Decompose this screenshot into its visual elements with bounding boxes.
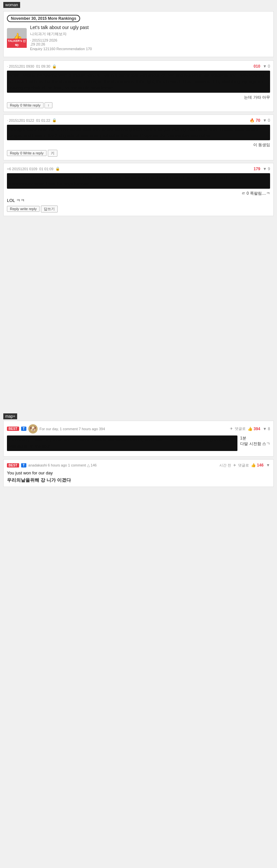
best-body-korean-2: 우리의날을위해 강 니가 이겼다 [7,477,270,483]
comment-header-3: =6 20151201 0109 01 01:09 🔒 179 ▼ 9 [7,166,270,171]
comment-header-2: · 20151201 0122 01 01:22 🔒 🔥 70 ▼ 0 [7,118,270,123]
best-header-2: BEST T anadakashi 6 hours ago 1 comment … [7,463,270,468]
talker-label: TALKER's 선택! [7,39,27,48]
vote-down-2: ▼ 0 [263,118,270,123]
reply-button-1[interactable]: Reply 0 Write reply [7,102,43,108]
t-badge-2: T [21,463,26,467]
comment-id-3: =6 20151201 0109 [7,167,37,171]
vote-up-3: 179 [254,166,260,171]
send-label-2: 댓글로 [238,463,249,468]
vote-up-2: 🔥 70 [250,118,260,123]
comment-votes-2: 🔥 70 ▼ 0 [250,118,270,123]
comment-id-1: · 20151201 0930 [7,64,34,68]
comment-votes-3: 179 ▼ 9 [254,166,270,171]
best-badge-1: BEST [7,427,19,431]
best-votes-1: 👍 394 ▼ 8 [248,427,270,431]
send-icon-2: ✈ [233,463,236,467]
empty-space [0,219,277,410]
comment-meta-1: · 20151201 0930 01 09:30 🔒 [7,64,57,69]
featured-content: 👍 TALKER's 선택! Let's talk about our ugly… [7,25,270,51]
best-votes-2: 👍 146 ▼ [251,463,270,467]
comment-card-1: · 20151201 0930 01 09:30 🔒 010 ▼ 0 When … [3,60,274,112]
featured-header: November 30, 2015 More Rankings [7,15,270,22]
featured-title: Let's talk about our ugly past [30,25,270,30]
reply-bar-3: Reply write reply 답쓰기 [7,206,270,213]
reply-bar-1: Reply 0 Write reply ↑ [7,102,270,108]
t-badge-1: T [21,427,26,431]
lock-icon-3: 🔒 [55,166,60,171]
dog-avatar-1: 🐶 [28,424,38,434]
featured-box: November 30, 2015 More Rankings 👍 TALKER… [3,11,274,57]
lock-icon-2: 🔒 [52,118,57,122]
comment-date-2: 01 01:22 [36,118,51,122]
comment-body-2: I thought about what the tongue would ta… [7,125,270,140]
vote-down-1: ▼ 0 [263,64,270,69]
send-label-1: 댓글로 [235,426,246,431]
comment-meta-3: =6 20151201 0109 01 01:09 🔒 [7,166,60,171]
section-label: map+ [3,413,17,419]
best-body-line1-2: You just won for our day [7,470,270,476]
comment-wrapper-3: When I found out that I knew everyone in… [7,173,270,204]
top-tag: woman [3,2,20,8]
comment-votes-1: 010 ▼ 0 [254,64,270,69]
best-meta-1: For our day, 1 comment 7 hours ago 394 [39,427,228,431]
reply-arrow-2[interactable]: 기 [48,150,57,157]
best-body-wrapper-1: It's nothing. I called my mom and dad wh… [7,435,270,453]
best-comment-2: BEST T anadakashi 6 hours ago 1 comment … [3,459,274,487]
featured-meta-date: .29 20:26 [30,42,270,46]
comment-date-3: 01 01:09 [39,167,54,171]
comment-side-1: 는데 가따 아무 [7,95,270,100]
best-badge-2: BEST [7,463,19,467]
meta-time-2: 시간 전 [219,463,231,468]
comment-body-1: When I was in the second year of middle … [7,71,270,93]
reply-button-2[interactable]: Reply 0 Write a reply [7,150,47,156]
send-icon-1: ✈ [230,427,233,431]
featured-info: Let's talk about our ugly past 나의과거 얘기해보… [30,25,270,51]
comment-meta-2: · 20151201 0122 01 01:22 🔒 [7,118,57,122]
comment-header-1: · 20151201 0930 01 09:30 🔒 010 ▼ 0 [7,64,270,69]
comment-side-2: 이 동생임 [7,142,270,148]
featured-title-korean: 나의과거 얘기해보자 [30,31,270,37]
comment-side-3: ㄹ 0 쪽팔림....ㅋ [7,191,270,196]
featured-meta: · 20151129 2026 [30,38,270,42]
reply-button-3[interactable]: Reply write reply [7,206,39,212]
comment-wrapper-2: I thought about what the tongue would ta… [7,125,270,148]
best-vote-down-1: ▼ 8 [263,427,270,431]
comments-section: · 20151201 0930 01 09:30 🔒 010 ▼ 0 When … [3,60,274,216]
featured-badge[interactable]: November 30, 2015 More Rankings [7,15,80,22]
best-vote-up-1: 👍 394 [248,427,260,431]
vote-down-3: ▼ 9 [263,166,270,171]
comment-body-3: When I found out that I knew everyone in… [7,173,270,189]
reply-arrow-1[interactable]: ↑ [44,102,53,108]
comment-card-2: · 20151201 0122 01 01:22 🔒 🔥 70 ▼ 0 I th… [3,115,274,160]
comment-date-1: 01 09:30 [36,64,51,68]
best-vote-down-2: ▼ [266,463,270,467]
best-header-1: BEST T 🐶 For our day, 1 comment 7 hours … [7,424,270,434]
vote-up-1: 010 [254,64,260,69]
dog-emoji-1: 🐶 [30,426,36,432]
reply-bar-2: Reply 0 Write a reply 기 [7,150,270,157]
best-meta-2: anadakashi 6 hours ago 1 comment △ 146 [28,463,217,467]
best-body-1: It's nothing. I called my mom and dad wh… [7,435,238,451]
featured-stats: Enquiry 121160 Recommendation 170 [30,47,270,51]
best-side-1: 1분 다딸 시전함 스ㄱ [240,435,270,453]
comment-card-3: =6 20151201 0109 01 01:09 🔒 179 ▼ 9 When… [3,163,274,216]
reply-arrow-3[interactable]: 답쓰기 [41,206,58,213]
comment-id-2: · 20151201 0122 [7,118,34,122]
best-comment-1: BEST T 🐶 For our day, 1 comment 7 hours … [3,421,274,457]
lock-icon-1: 🔒 [52,64,57,69]
talker-avatar: 👍 TALKER's 선택! [7,28,27,48]
best-vote-up-2: 👍 146 [251,463,264,467]
comment-lol-3: LOL ㅋㅋ [7,197,270,204]
comment-wrapper-1: When I was in the second year of middle … [7,71,270,100]
